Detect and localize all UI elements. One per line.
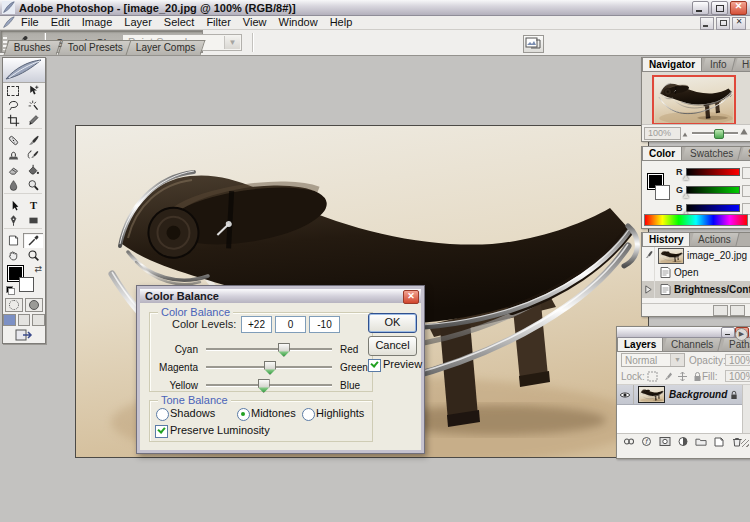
tab-channels[interactable]: Channels	[664, 338, 723, 351]
opacity-value[interactable]: 100%	[725, 354, 750, 366]
blur-tool[interactable]	[3, 178, 23, 193]
menu-view[interactable]: View	[237, 16, 273, 29]
history-brush-tool[interactable]	[23, 148, 43, 163]
eraser-tool[interactable]	[3, 163, 23, 178]
snapshot-name[interactable]: image_20.jpg	[687, 250, 747, 261]
slice-tool[interactable]	[23, 113, 43, 128]
standard-mode-button[interactable]	[5, 298, 23, 312]
fill-value[interactable]: 100%	[725, 370, 750, 382]
healing-brush-tool[interactable]	[3, 133, 23, 148]
menu-image[interactable]: Image	[76, 16, 119, 29]
well-tab-layer-comps[interactable]: Layer Comps	[126, 40, 206, 55]
blend-mode-combo[interactable]: Normal▼	[621, 353, 685, 367]
blue-slider[interactable]	[686, 204, 740, 212]
minimize-button[interactable]	[692, 1, 709, 15]
layers-palette-title-bar[interactable]: ✕	[617, 327, 750, 338]
hand-tool[interactable]	[3, 248, 23, 263]
magenta-green-slider[interactable]	[206, 366, 332, 368]
navigator-proxy-view[interactable]	[652, 75, 736, 125]
tab-actions[interactable]: Actions	[691, 233, 740, 246]
tab-color[interactable]: Color	[642, 146, 682, 160]
pen-tool[interactable]	[3, 213, 23, 228]
cyan-red-slider[interactable]	[206, 348, 332, 350]
tab-histogram[interactable]: Histogram	[734, 58, 750, 71]
zoom-tool[interactable]	[23, 248, 43, 263]
layer-row-background[interactable]: Background	[617, 385, 750, 405]
palette-minimize-button[interactable]	[721, 327, 735, 338]
navigator-zoom-slider[interactable]	[692, 132, 738, 134]
shadows-radio[interactable]	[156, 408, 169, 421]
layer-thumbnail[interactable]	[638, 386, 665, 403]
layer-style-icon[interactable]: f	[641, 436, 653, 447]
rectangular-marquee-tool[interactable]	[3, 83, 23, 98]
preserve-luminosity-checkbox[interactable]	[155, 425, 168, 438]
restore-button[interactable]	[711, 1, 728, 15]
paint-bucket-tool[interactable]	[23, 163, 43, 178]
new-layer-icon[interactable]	[713, 436, 725, 447]
new-document-from-state-button[interactable]	[713, 305, 728, 316]
dodge-tool[interactable]	[23, 178, 43, 193]
slider-thumb[interactable]	[278, 343, 290, 357]
red-value-field[interactable]	[742, 167, 750, 179]
new-snapshot-button[interactable]	[730, 305, 745, 316]
menu-window[interactable]: Window	[273, 16, 324, 29]
color-level-input-2[interactable]: 0	[275, 316, 306, 333]
tab-layers[interactable]: Layers	[617, 337, 663, 351]
color-spectrum-ramp[interactable]	[644, 214, 748, 226]
combo-dropdown-icon[interactable]: ▼	[224, 36, 240, 49]
dialog-title-bar[interactable]: Color Balance	[140, 289, 421, 303]
menu-edit[interactable]: Edit	[45, 16, 76, 29]
shadows-label[interactable]: Shadows	[170, 407, 215, 419]
well-tab-brushes[interactable]: Brushes	[4, 40, 62, 55]
navigator-zoom-thumb[interactable]	[714, 129, 724, 139]
link-layers-icon[interactable]	[623, 436, 635, 447]
history-state-open[interactable]: Open	[642, 264, 750, 281]
magic-wand-tool[interactable]	[23, 98, 43, 113]
adjustment-layer-icon[interactable]	[677, 436, 689, 447]
palette-resize-grip[interactable]	[741, 439, 749, 447]
tab-info[interactable]: Info	[703, 58, 736, 71]
history-state-label[interactable]: Open	[674, 267, 698, 278]
doc-close-button[interactable]: ✕	[732, 17, 746, 30]
yellow-blue-slider[interactable]	[206, 384, 332, 386]
zoom-out-icon[interactable]	[683, 133, 688, 137]
menu-select[interactable]: Select	[158, 16, 201, 29]
set-history-brush-source-well[interactable]	[642, 247, 655, 264]
ok-button[interactable]: OK	[368, 313, 417, 333]
color-level-input-1[interactable]: +22	[241, 316, 272, 333]
history-state-brightness-contrast[interactable]: Brightness/Contrast	[642, 281, 750, 298]
well-tab-tool-presets[interactable]: Tool Presets	[58, 40, 134, 55]
green-slider[interactable]	[686, 186, 740, 194]
red-slider-thumb[interactable]	[683, 175, 689, 180]
lock-pixels-icon[interactable]	[662, 371, 673, 382]
notes-tool[interactable]	[3, 233, 23, 248]
default-colors-icon[interactable]	[6, 286, 15, 295]
fullscreen-mode-button[interactable]	[32, 314, 45, 326]
lock-transparency-icon[interactable]	[647, 371, 658, 382]
jump-to-imageready-icon[interactable]	[15, 328, 33, 342]
history-state-marker[interactable]	[642, 281, 655, 298]
move-tool[interactable]	[23, 83, 43, 98]
layer-mask-icon[interactable]	[659, 436, 671, 447]
brush-tool[interactable]	[23, 133, 43, 148]
menu-file[interactable]: File	[15, 16, 45, 29]
cancel-button[interactable]: Cancel	[368, 336, 417, 356]
palette-menu-icon[interactable]: ▶	[735, 328, 748, 341]
swap-colors-icon[interactable]: ⇄	[34, 264, 42, 274]
zoom-in-icon[interactable]	[740, 129, 747, 135]
tab-swatches[interactable]: Swatches	[682, 147, 742, 160]
close-button[interactable]: ✕	[730, 1, 747, 15]
shape-tool[interactable]	[23, 213, 43, 228]
menu-layer[interactable]: Layer	[118, 16, 158, 29]
tab-styles[interactable]: Styles	[741, 147, 750, 160]
menu-help[interactable]: Help	[324, 16, 359, 29]
history-snapshot-row[interactable]: image_20.jpg	[642, 247, 750, 264]
fullscreen-menubar-mode-button[interactable]	[18, 314, 31, 326]
tab-navigator[interactable]: Navigator	[642, 57, 702, 71]
layer-set-folder-icon[interactable]	[695, 436, 707, 447]
green-slider-thumb[interactable]	[683, 193, 689, 198]
snapshot-thumbnail[interactable]	[658, 248, 684, 264]
highlights-radio[interactable]	[302, 408, 315, 421]
midtones-label[interactable]: Midtones	[251, 407, 296, 419]
clone-stamp-tool[interactable]	[3, 148, 23, 163]
